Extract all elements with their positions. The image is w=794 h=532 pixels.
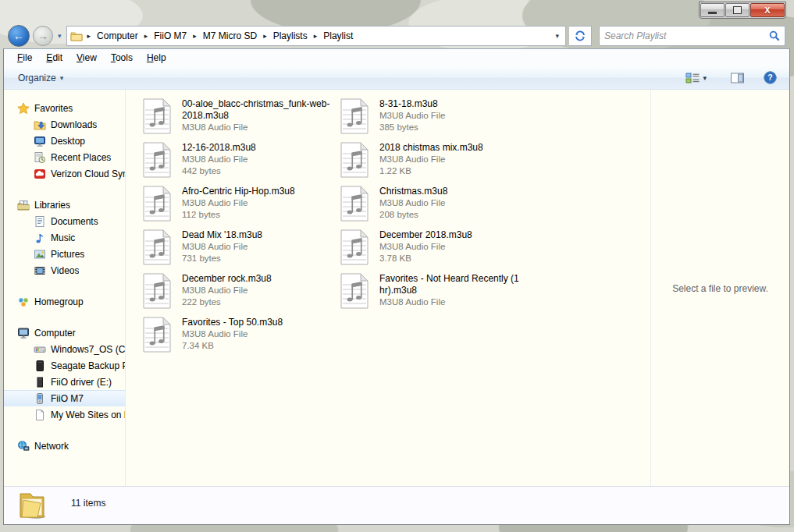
menu-view[interactable]: View (69, 51, 104, 65)
sidebar-item-pictures[interactable]: Pictures (4, 246, 125, 262)
file-size: 7.34 KB (182, 341, 214, 350)
preview-pane: Select a file to preview. (650, 90, 789, 487)
file-size: 1.22 KB (379, 166, 411, 176)
windows-drive-icon (34, 343, 46, 356)
file-tile[interactable]: December 2018.m3u8 M3U8 Audio File 3.78 … (340, 229, 537, 272)
sidebar-item-label: Libraries (34, 200, 70, 211)
sidebar-item-desktop[interactable]: Desktop (4, 133, 125, 149)
sidebar-item-label: Seagate Backup Plu (51, 360, 125, 371)
sidebar-item-favorites[interactable]: Favorites (4, 100, 125, 116)
file-tile[interactable]: 00-aloe_blacc-christmas_funk-web-2018.m3… (143, 98, 340, 141)
sidebar-item-label: Music (51, 232, 75, 243)
sidebar-item-label: Downloads (51, 119, 97, 130)
sidebar-item-label: Homegroup (34, 296, 84, 307)
favorites-section: Favorites Downloads Desktop Recent Place… (4, 100, 125, 182)
address-bar-row: ← → ▾ ▸ Computer ▸ FiiO M7 ▸ M7 Micro SD… (5, 23, 789, 48)
sidebar-item-windows7-os[interactable]: Windows7_OS (C:) (4, 341, 125, 357)
file-type: M3U8 Audio File (379, 198, 445, 207)
file-name: December rock.m3u8 (182, 273, 272, 284)
preview-pane-button[interactable] (728, 70, 746, 86)
organize-button[interactable]: Organize ▾ (18, 73, 63, 83)
breadcrumb-item-fiio-m7[interactable]: FiiO M7 (152, 30, 188, 42)
title-bar: X (3, 0, 790, 23)
chevron-down-icon: ▾ (60, 74, 64, 82)
svg-text:?: ? (767, 73, 772, 82)
file-size: 385 bytes (379, 122, 418, 132)
search-input[interactable] (600, 29, 769, 43)
folder-content: Favorites Downloads Desktop Recent Place… (4, 90, 789, 487)
external-drive-icon (34, 376, 46, 388)
menu-edit[interactable]: Edit (39, 51, 69, 65)
file-size: 442 bytes (182, 166, 221, 176)
sidebar-item-network[interactable]: Network (4, 438, 125, 454)
sidebar-item-seagate-backup[interactable]: Seagate Backup Plu (4, 357, 125, 374)
m3u8-file-icon (143, 229, 173, 272)
file-tile[interactable]: December rock.m3u8 M3U8 Audio File 222 b… (143, 272, 340, 316)
status-bar: 11 items (4, 486, 789, 524)
change-view-button[interactable]: ▾ (684, 70, 708, 86)
homegroup-icon (17, 296, 30, 308)
file-tile[interactable]: Christmas.m3u8 M3U8 Audio File 208 bytes (340, 185, 537, 229)
address-dropdown-chevron-icon[interactable]: ▾ (552, 32, 562, 40)
file-type: M3U8 Audio File (182, 198, 247, 207)
m3u8-file-icon (143, 316, 173, 360)
sidebar-item-videos[interactable]: Videos (4, 262, 125, 278)
sidebar-item-verizon-cloud[interactable]: Verizon Cloud Syn (4, 165, 125, 182)
m3u8-file-icon (143, 185, 173, 229)
help-icon: ? (764, 71, 777, 84)
sidebar-item-fiio-driver[interactable]: FiiO driver (E:) (4, 374, 125, 390)
sidebar-item-documents[interactable]: Documents (4, 213, 125, 229)
sidebar-item-music[interactable]: Music (4, 229, 125, 246)
recent-pages-chevron-icon[interactable]: ▾ (58, 32, 62, 40)
file-tile[interactable]: Dead Mix '18.m3u8 M3U8 Audio File 731 by… (143, 229, 340, 272)
sidebar-item-fiio-m7[interactable]: FiiO M7 (4, 390, 125, 406)
sidebar-item-label: Windows7_OS (C:) (51, 344, 125, 355)
menu-tools[interactable]: Tools (104, 51, 140, 65)
sidebar-item-label: Verizon Cloud Syn (51, 168, 125, 179)
breadcrumb-item-m7-micro-sd[interactable]: M7 Micro SD (201, 30, 258, 42)
file-tile[interactable]: Favorites - Top 50.m3u8 M3U8 Audio File … (143, 316, 340, 360)
breadcrumb-item-playlist[interactable]: Playlist (322, 30, 354, 42)
file-name: Dead Mix '18.m3u8 (182, 229, 262, 240)
close-button[interactable]: X (750, 3, 785, 17)
breadcrumb-item-playlists[interactable]: Playlists (272, 30, 309, 42)
file-tile[interactable]: Afro-Centric Hip-Hop.m3u8 M3U8 Audio Fil… (143, 185, 340, 229)
file-type: M3U8 Audio File (182, 286, 247, 295)
breadcrumb-item-computer[interactable]: Computer (95, 30, 140, 42)
m3u8-file-icon (340, 98, 370, 141)
restore-button[interactable] (725, 3, 749, 17)
menu-help[interactable]: Help (140, 51, 173, 65)
forward-button[interactable]: → (33, 26, 53, 46)
sidebar-item-computer[interactable]: Computer (4, 325, 125, 341)
refresh-button[interactable] (569, 26, 592, 46)
breadcrumb[interactable]: ▸ Computer ▸ FiiO M7 ▸ M7 Micro SD ▸ Pla… (66, 26, 566, 46)
file-column-1: 00-aloe_blacc-christmas_funk-web-2018.m3… (143, 98, 340, 360)
sidebar-item-homegroup[interactable]: Homegroup (4, 293, 125, 310)
m3u8-file-icon (340, 141, 370, 185)
menu-file[interactable]: File (10, 51, 39, 65)
file-name: 00-aloe_blacc-christmas_funk-web-2018.m3… (182, 98, 329, 121)
file-type: M3U8 Audio File (379, 242, 445, 251)
sidebar-item-libraries[interactable]: Libraries (4, 197, 125, 213)
libraries-icon (17, 199, 30, 211)
navigation-pane: Favorites Downloads Desktop Recent Place… (4, 90, 126, 487)
back-button[interactable]: ← (8, 25, 30, 47)
search-icon[interactable] (769, 30, 780, 41)
file-tile[interactable]: 8-31-18.m3u8 M3U8 Audio File 385 bytes (340, 98, 537, 141)
file-tile[interactable]: 12-16-2018.m3u8 M3U8 Audio File 442 byte… (143, 141, 340, 185)
minimize-button[interactable] (700, 3, 725, 17)
document-icon (34, 215, 46, 228)
organize-label: Organize (18, 73, 56, 83)
file-tile[interactable]: Favorites - Not Heard Recently (1 hr).m3… (340, 272, 537, 316)
file-column-2: 8-31-18.m3u8 M3U8 Audio File 385 bytes 2… (340, 98, 537, 316)
file-tile[interactable]: 2018 chistmas mix.m3u8 M3U8 Audio File 1… (340, 141, 537, 185)
computer-section: Computer Windows7_OS (C:) Seagate Backup… (4, 325, 125, 423)
breadcrumb-separator: ▸ (87, 32, 91, 40)
sidebar-item-recent-places[interactable]: Recent Places (4, 149, 125, 165)
sidebar-item-my-web-sites[interactable]: My Web Sites on M (4, 406, 125, 423)
help-button[interactable]: ? (762, 69, 778, 86)
libraries-section: Libraries Documents Music Pictures (4, 197, 125, 278)
sidebar-item-downloads[interactable]: Downloads (4, 116, 125, 133)
homegroup-section: Homegroup (4, 293, 125, 310)
file-list: 00-aloe_blacc-christmas_funk-web-2018.m3… (126, 90, 650, 487)
